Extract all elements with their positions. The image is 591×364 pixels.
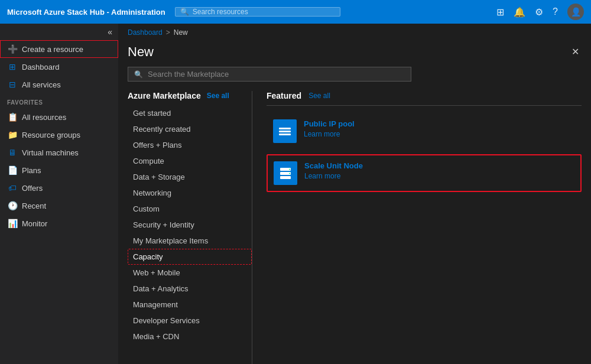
marketplace-nav-capacity[interactable]: Capacity xyxy=(128,249,252,265)
all-resources-icon: 📋 xyxy=(8,112,17,122)
marketplace-nav-data-storage[interactable]: Data + Storage xyxy=(128,169,252,185)
sidebar-item-resource-groups[interactable]: 📁 Resource groups xyxy=(0,126,118,144)
svg-point-7 xyxy=(289,173,290,174)
marketplace-search-bar[interactable]: 🔍 xyxy=(128,67,411,82)
panel-header: New ✕ xyxy=(118,41,591,67)
marketplace-nav-offers-plans[interactable]: Offers + Plans xyxy=(128,137,252,153)
marketplace-see-all[interactable]: See all xyxy=(207,92,229,100)
sidebar-item-recent[interactable]: 🕐 Recent xyxy=(0,197,118,214)
scale-unit-node-icon xyxy=(274,161,297,185)
sidebar-item-create-resource[interactable]: ➕ Create a resource xyxy=(0,40,118,58)
svg-point-6 xyxy=(289,169,290,170)
dashboard-icon: ⊞ xyxy=(8,62,17,72)
sidebar-item-offers[interactable]: 🏷 Offers xyxy=(0,179,118,197)
marketplace-nav-security-identity[interactable]: Security + Identity xyxy=(128,217,252,233)
breadcrumb: Dashboard > New xyxy=(118,24,591,41)
offers-icon: 🏷 xyxy=(8,183,17,193)
svg-rect-0 xyxy=(279,128,291,129)
sidebar-item-plans-label: Plans xyxy=(22,166,41,175)
marketplace-nav-recently-created[interactable]: Recently created xyxy=(128,121,252,137)
marketplace-nav-media-cdn[interactable]: Media + CDN xyxy=(128,329,252,344)
featured-header: Featured See all xyxy=(267,91,582,106)
sidebar: « ➕ Create a resource ⊞ Dashboard ⊟ All … xyxy=(0,24,118,364)
marketplace-nav-developer-services[interactable]: Developer Services xyxy=(128,313,252,329)
featured-item-public-ip-pool-info: Public IP pool Learn more xyxy=(304,119,355,138)
breadcrumb-separator: > xyxy=(166,28,170,37)
close-button[interactable]: ✕ xyxy=(569,44,582,60)
sidebar-collapse-area: « xyxy=(0,24,118,40)
breadcrumb-dashboard[interactable]: Dashboard xyxy=(128,28,163,37)
marketplace-nav-data-analytics[interactable]: Data + Analytics xyxy=(128,281,252,297)
featured-item-public-ip-pool-subtitle[interactable]: Learn more xyxy=(304,130,355,138)
sidebar-item-recent-label: Recent xyxy=(22,202,46,210)
sidebar-item-plans[interactable]: 📄 Plans xyxy=(0,161,118,179)
help-icon[interactable]: ? xyxy=(553,6,558,17)
marketplace-left-nav: Azure Marketplace See all Get started Re… xyxy=(128,91,252,364)
app-title: Microsoft Azure Stack Hub - Administrati… xyxy=(7,8,165,17)
resource-groups-icon: 📁 xyxy=(8,130,17,139)
marketplace-nav-web-mobile[interactable]: Web + Mobile xyxy=(128,265,252,281)
plans-icon: 📄 xyxy=(8,165,17,175)
marketplace-section-header: Azure Marketplace See all xyxy=(128,91,252,100)
sidebar-item-offers-label: Offers xyxy=(22,184,43,193)
sidebar-item-monitor-label: Monitor xyxy=(22,219,47,228)
svg-rect-2 xyxy=(279,134,291,135)
featured-item-public-ip-pool[interactable]: Public IP pool Learn more xyxy=(267,113,582,150)
virtual-machines-icon: 🖥 xyxy=(8,148,17,157)
sidebar-item-all-resources[interactable]: 📋 All resources xyxy=(0,108,118,126)
marketplace-nav-custom[interactable]: Custom xyxy=(128,201,252,217)
recent-icon: 🕐 xyxy=(8,201,17,210)
collapse-button[interactable]: « xyxy=(108,27,112,37)
sidebar-item-resource-groups-label: Resource groups xyxy=(22,131,80,139)
portal-icon[interactable]: ⊞ xyxy=(496,6,504,18)
topbar: Microsoft Azure Stack Hub - Administrati… xyxy=(0,0,591,24)
sidebar-item-monitor[interactable]: 📊 Monitor xyxy=(0,214,118,232)
page-title: New xyxy=(128,44,562,60)
sidebar-item-all-services[interactable]: ⊟ All services xyxy=(0,76,118,93)
public-ip-pool-icon xyxy=(273,119,297,143)
featured-title: Featured xyxy=(267,91,301,100)
svg-rect-1 xyxy=(279,131,291,132)
marketplace-featured-panel: Featured See all Pub xyxy=(252,91,582,364)
all-services-icon: ⊟ xyxy=(8,80,17,89)
sidebar-item-virtual-machines-label: Virtual machines xyxy=(22,148,79,157)
sidebar-item-virtual-machines[interactable]: 🖥 Virtual machines xyxy=(0,144,118,161)
marketplace-nav-compute[interactable]: Compute xyxy=(128,153,252,169)
azure-marketplace-title: Azure Marketplace xyxy=(128,91,201,100)
content-area: Dashboard > New New ✕ 🔍 Azure Marketplac… xyxy=(118,24,591,364)
sidebar-item-dashboard[interactable]: ⊞ Dashboard xyxy=(0,58,118,76)
marketplace-nav-get-started[interactable]: Get started xyxy=(128,105,252,121)
marketplace-body: Azure Marketplace See all Get started Re… xyxy=(128,91,582,364)
marketplace-nav-management[interactable]: Management xyxy=(128,297,252,313)
featured-item-scale-unit-node[interactable]: Scale Unit Node Learn more xyxy=(267,154,582,192)
featured-item-scale-unit-node-title: Scale Unit Node xyxy=(304,161,363,170)
main-layout: « ➕ Create a resource ⊞ Dashboard ⊟ All … xyxy=(0,24,591,364)
sidebar-item-all-resources-label: All resources xyxy=(22,113,66,122)
breadcrumb-current: New xyxy=(174,28,188,37)
marketplace-search-input[interactable] xyxy=(148,70,405,79)
marketplace-nav-networking[interactable]: Networking xyxy=(128,185,252,201)
global-search[interactable]: 🔍 xyxy=(175,7,340,17)
search-icon: 🔍 xyxy=(134,70,143,79)
marketplace-container: 🔍 Azure Marketplace See all Get started … xyxy=(118,67,591,364)
global-search-input[interactable] xyxy=(193,8,311,16)
marketplace-nav-my-marketplace-items[interactable]: My Marketplace Items xyxy=(128,233,252,249)
sidebar-item-dashboard-label: Dashboard xyxy=(22,63,60,72)
search-icon: 🔍 xyxy=(180,8,189,16)
featured-item-scale-unit-node-subtitle[interactable]: Learn more xyxy=(304,172,363,180)
featured-item-scale-unit-node-info: Scale Unit Node Learn more xyxy=(304,161,363,180)
bell-icon[interactable]: 🔔 xyxy=(514,6,525,18)
gear-icon[interactable]: ⚙ xyxy=(535,6,543,18)
featured-see-all[interactable]: See all xyxy=(309,92,330,100)
monitor-icon: 📊 xyxy=(8,219,17,228)
avatar[interactable]: 👤 xyxy=(567,4,584,20)
featured-item-public-ip-pool-title: Public IP pool xyxy=(304,119,355,128)
topbar-icons: ⊞ 🔔 ⚙ ? 👤 xyxy=(496,4,584,20)
plus-icon: ➕ xyxy=(8,44,17,54)
sidebar-item-create-resource-label: Create a resource xyxy=(22,45,83,54)
favorites-section-label: FAVORITES xyxy=(0,93,118,108)
svg-rect-5 xyxy=(280,176,291,179)
sidebar-item-all-services-label: All services xyxy=(22,80,61,89)
